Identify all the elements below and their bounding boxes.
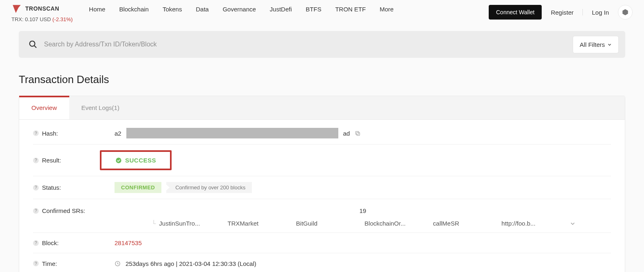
header-right: Connect Wallet Register Log In: [489, 5, 633, 20]
sr-name[interactable]: BlockchainOr...: [364, 220, 409, 227]
nav-blockchain[interactable]: Blockchain: [119, 6, 149, 13]
price-change: (-2.31%): [53, 16, 73, 22]
cube-icon: [622, 9, 629, 16]
row-confirmed-srs: ? Confirmed SRs: 19 └JustinSunTro... TRX…: [33, 199, 611, 233]
chevron-down-icon: [607, 42, 612, 47]
logo-block: TRONSCAN TRX: 0.107 USD (-2.31%): [11, 3, 73, 22]
srs-count: 19: [359, 207, 366, 214]
result-highlight: SUCCESS: [100, 150, 172, 170]
search-bar: All Filters: [19, 31, 625, 58]
help-icon[interactable]: ?: [33, 208, 39, 214]
details-panel: Overview Event Logs(1) ? Hash: a2ad ? Re…: [19, 96, 625, 272]
logo[interactable]: TRONSCAN: [11, 3, 73, 14]
chevron-down-icon[interactable]: [570, 221, 576, 226]
price-currency: USD: [40, 16, 51, 22]
row-status: ? Status: CONFIRMED Confirmed by over 20…: [33, 176, 611, 199]
sr-name[interactable]: TRXMarket: [227, 220, 272, 227]
tabs: Overview Event Logs(1): [19, 96, 625, 120]
row-result: ? Result: SUCCESS: [33, 145, 611, 176]
register-link[interactable]: Register: [551, 9, 573, 16]
tab-overview[interactable]: Overview: [19, 96, 69, 119]
nav-btfs[interactable]: BTFS: [306, 6, 321, 13]
nav-home[interactable]: Home: [89, 6, 105, 13]
label-result: Result:: [42, 157, 61, 164]
row-hash: ? Hash: a2ad: [33, 122, 611, 145]
label-status: Status:: [42, 184, 61, 191]
label-block: Block:: [42, 239, 59, 246]
help-icon[interactable]: ?: [33, 240, 39, 246]
nav-tronetf[interactable]: TRON ETF: [335, 6, 366, 13]
price-symbol: TRX:: [11, 16, 24, 22]
tab-event-logs[interactable]: Event Logs(1): [69, 96, 132, 119]
svg-point-4: [116, 158, 121, 163]
extras-button[interactable]: [618, 5, 633, 20]
help-icon[interactable]: ?: [33, 130, 39, 136]
srs-list: └JustinSunTro... TRXMarket BitGuild Bloc…: [150, 220, 576, 227]
search-input[interactable]: [44, 41, 573, 48]
hash-suffix: ad: [343, 130, 350, 137]
block-link[interactable]: 28147535: [115, 239, 142, 246]
search-icon: [29, 40, 37, 49]
svg-point-0: [30, 41, 35, 46]
status-info: Confirmed by over 200 blocks: [166, 182, 252, 193]
price-ticker: TRX: 0.107 USD (-2.31%): [11, 16, 73, 22]
sr-name[interactable]: JustinSunTro...: [159, 220, 204, 227]
divider: [582, 9, 583, 15]
copy-icon[interactable]: [355, 130, 361, 136]
clock-icon: [115, 261, 121, 267]
filters-label: All Filters: [580, 41, 605, 48]
svg-rect-3: [356, 131, 359, 134]
nav-tokens[interactable]: Tokens: [163, 6, 182, 13]
connect-wallet-button[interactable]: Connect Wallet: [489, 5, 542, 20]
price-value: 0.107: [25, 16, 38, 22]
nav-more[interactable]: More: [379, 6, 393, 13]
hash-redacted: [126, 128, 338, 138]
result-text: SUCCESS: [125, 157, 156, 164]
tronscan-logo-icon: [11, 3, 22, 14]
sr-name[interactable]: BitGuild: [296, 220, 341, 227]
brand-name: TRONSCAN: [25, 5, 59, 12]
svg-rect-2: [357, 132, 360, 136]
help-icon[interactable]: ?: [33, 158, 39, 163]
sr-name[interactable]: callMeSR: [433, 220, 478, 227]
hash-prefix: a2: [115, 130, 121, 137]
page-title: Transaction Details: [19, 73, 625, 86]
help-icon[interactable]: ?: [33, 261, 39, 266]
status-badge: CONFIRMED: [115, 182, 161, 193]
svg-line-1: [34, 46, 37, 48]
check-circle-icon: [115, 157, 122, 164]
label-confirmed-srs: Confirmed SRs:: [42, 207, 85, 214]
filters-button[interactable]: All Filters: [573, 36, 619, 53]
main-nav: Home Blockchain Tokens Data Governance J…: [89, 6, 393, 13]
row-time: ? Time: 253days 6hrs ago | 2021-03-04 12…: [33, 253, 611, 272]
nav-justdefi[interactable]: JustDefi: [270, 6, 292, 13]
row-block: ? Block: 28147535: [33, 233, 611, 253]
time-value: 253days 6hrs ago | 2021-03-04 12:30:33 (…: [126, 260, 256, 267]
help-icon[interactable]: ?: [33, 185, 39, 191]
sr-name[interactable]: http://foo.b...: [501, 220, 546, 227]
label-time: Time:: [42, 260, 57, 267]
nav-governance[interactable]: Governance: [223, 6, 256, 13]
nav-data[interactable]: Data: [196, 6, 209, 13]
tree-branch-icon: └: [152, 220, 156, 227]
label-hash: Hash:: [42, 130, 58, 137]
login-link[interactable]: Log In: [592, 9, 609, 16]
